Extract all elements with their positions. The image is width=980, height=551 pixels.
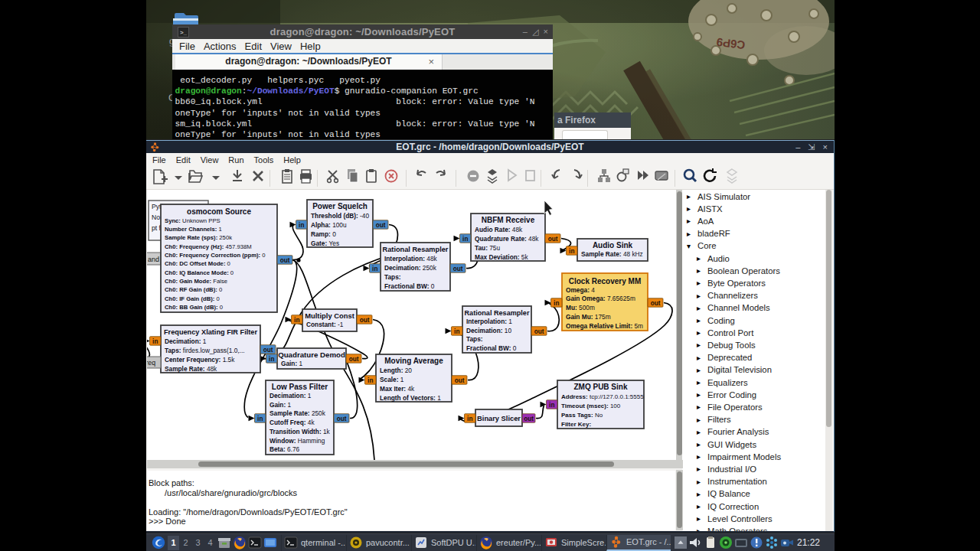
svg-text:in: in [554, 300, 559, 307]
svg-text:Ch0: IF Gain (dB): 0: Ch0: IF Gain (dB): 0 [165, 295, 220, 302]
svg-text:Taps:: Taps: [384, 273, 401, 281]
svg-text:Alpha: 100u: Alpha: 100u [311, 221, 347, 229]
svg-text:Interpolation: 48k: Interpolation: 48k [384, 255, 438, 262]
svg-text:Decimation: 10: Decimation: 10 [466, 327, 511, 334]
svg-text:Ch0: Frequency Correction (ppm: Ch0: Frequency Correction (ppm): 0 [165, 252, 266, 259]
svg-text:Pass Tags: No: Pass Tags: No [561, 412, 603, 419]
svg-text:in: in [569, 248, 574, 255]
svg-text:in: in [372, 266, 377, 272]
svg-text:Beta: 6.76: Beta: 6.76 [270, 445, 300, 453]
svg-text:in: in [467, 416, 472, 422]
svg-text:out: out [280, 257, 290, 264]
svg-text:in: in [152, 338, 158, 345]
svg-text:Decimation: 1: Decimation: 1 [165, 337, 207, 345]
svg-text:Taps: firdes.low_pass(1.0,...: Taps: firdes.low_pass(1.0,... [165, 347, 245, 354]
svg-text:Sample Rate: 48 kHz: Sample Rate: 48 kHz [581, 250, 643, 258]
svg-text:Decimation: 1: Decimation: 1 [270, 392, 312, 399]
svg-text:Sample Rate: 250k: Sample Rate: 250k [270, 409, 326, 417]
svg-text:Interpolation: 1: Interpolation: 1 [466, 318, 512, 325]
svg-text:Cutoff Freq: 4k: Cutoff Freq: 4k [270, 419, 315, 426]
svg-text:Sample Rate: 48k: Sample Rate: 48k [165, 365, 217, 373]
svg-text:Power Squelch: Power Squelch [312, 202, 368, 210]
svg-text:Fractional BW: 0: Fractional BW: 0 [466, 344, 517, 352]
svg-text:out: out [455, 377, 465, 384]
svg-text:Moving Average: Moving Average [384, 357, 443, 365]
svg-text:Timeout (msec): 100: Timeout (msec): 100 [561, 403, 621, 409]
svg-text:and: and [148, 256, 159, 263]
svg-text:Frequency Xlating FIR Filter: Frequency Xlating FIR Filter [164, 328, 257, 336]
svg-text:Quadrature Demod: Quadrature Demod [278, 350, 345, 359]
svg-text:in: in [368, 377, 373, 384]
svg-text:Sample Rate (sps): 250k: Sample Rate (sps): 250k [165, 234, 232, 241]
svg-text:Audio Rate: 48k: Audio Rate: 48k [475, 226, 523, 233]
svg-text:Length of Vectors: 1: Length of Vectors: 1 [380, 394, 441, 402]
svg-text:out: out [524, 416, 534, 422]
svg-text:Ch0: DC Offset Mode: 0: Ch0: DC Offset Mode: 0 [165, 260, 230, 267]
svg-text:out: out [548, 236, 558, 243]
svg-text:Max Deviation: 5k: Max Deviation: 5k [475, 253, 528, 261]
svg-text:Gate: Yes: Gate: Yes [311, 240, 339, 247]
svg-text:Number Channels: 1: Number Channels: 1 [165, 226, 222, 233]
svg-text:Ramp: 0: Ramp: 0 [311, 230, 336, 238]
svg-text:Tau: 75u: Tau: 75u [475, 244, 500, 252]
svg-text:Mu: 500m: Mu: 500m [566, 304, 595, 311]
svg-text:Length: 20: Length: 20 [380, 367, 412, 374]
svg-text:Multiply Const: Multiply Const [305, 311, 354, 320]
svg-text:Gain: 1: Gain: 1 [281, 360, 303, 367]
svg-text:Scale: 1: Scale: 1 [380, 376, 404, 383]
svg-text:Clock Recovery MM: Clock Recovery MM [569, 277, 641, 285]
svg-text:Rational Resampler: Rational Resampler [383, 246, 449, 253]
svg-text:Threshold (dB): -40: Threshold (dB): -40 [311, 212, 369, 220]
svg-text:Filter Key:: Filter Key: [561, 421, 591, 428]
svg-text:Transition Width: 1k: Transition Width: 1k [270, 428, 331, 435]
svg-text:out: out [376, 222, 386, 229]
svg-text:Ch0: IQ Balance Mode: 0: Ch0: IQ Balance Mode: 0 [165, 269, 234, 276]
svg-text:freq: freq [147, 359, 155, 367]
svg-text:Sync: Unknown PPS: Sync: Unknown PPS [165, 217, 220, 224]
svg-text:out: out [651, 300, 661, 307]
svg-text:out: out [534, 328, 544, 335]
svg-text:Ch0: RF Gain (dB): 0: Ch0: RF Gain (dB): 0 [165, 286, 222, 293]
svg-text:out: out [337, 416, 347, 422]
svg-text:Ch0: BB Gain (dB): 0: Ch0: BB Gain (dB): 0 [165, 304, 223, 311]
svg-text:NBFM Receive: NBFM Receive [482, 216, 535, 224]
svg-text:in: in [299, 222, 304, 229]
svg-text:in: in [549, 402, 554, 409]
svg-text:Rational Resampler: Rational Resampler [465, 309, 530, 317]
svg-text:Low Pass Filter: Low Pass Filter [272, 383, 328, 391]
svg-text:Max Iter: 4k: Max Iter: 4k [380, 385, 415, 393]
svg-text:Decimation: 250k: Decimation: 250k [384, 264, 437, 272]
svg-text:Omega Relative Limit: 5m: Omega Relative Limit: 5m [566, 322, 643, 330]
svg-text:out: out [360, 317, 370, 324]
svg-text:Ch0: Frequency (Hz): 457.938M: Ch0: Frequency (Hz): 457.938M [165, 243, 252, 250]
svg-text:in: in [454, 328, 459, 335]
svg-text:Window: Hamming: Window: Hamming [270, 437, 325, 445]
svg-text:Ch0: Gain Mode: False: Ch0: Gain Mode: False [165, 278, 227, 285]
svg-text:out: out [453, 266, 463, 272]
svg-text:Gain Mu: 175m: Gain Mu: 175m [566, 313, 611, 321]
svg-text:ZMQ PUB Sink: ZMQ PUB Sink [573, 383, 627, 391]
svg-text:osmocom Source: osmocom Source [187, 207, 251, 216]
svg-text:in: in [294, 317, 299, 324]
svg-text:in: in [257, 416, 263, 422]
svg-text:Fractional BW: 0: Fractional BW: 0 [384, 282, 435, 290]
svg-text:in: in [269, 356, 274, 363]
svg-text:Quadrature Rate: 48k: Quadrature Rate: 48k [475, 235, 539, 243]
svg-text:Gain Omega: 7.65625m: Gain Omega: 7.65625m [566, 295, 635, 302]
svg-text:Audio Sink: Audio Sink [593, 241, 633, 249]
svg-text:Address: tcp://127.0.0.1:5555: Address: tcp://127.0.0.1:5555 [561, 393, 644, 400]
svg-text:Constant: -1: Constant: -1 [306, 321, 344, 328]
svg-text:Binary Slicer: Binary Slicer [477, 415, 521, 422]
svg-text:Omega: 4: Omega: 4 [566, 286, 595, 294]
svg-text:out: out [263, 347, 273, 354]
svg-text:Taps:: Taps: [466, 335, 483, 343]
svg-text:out: out [349, 356, 359, 363]
svg-text:Center Frequency: 1.5k: Center Frequency: 1.5k [165, 356, 235, 364]
svg-text:in: in [462, 236, 468, 243]
svg-text:Gain: 1: Gain: 1 [270, 401, 292, 409]
